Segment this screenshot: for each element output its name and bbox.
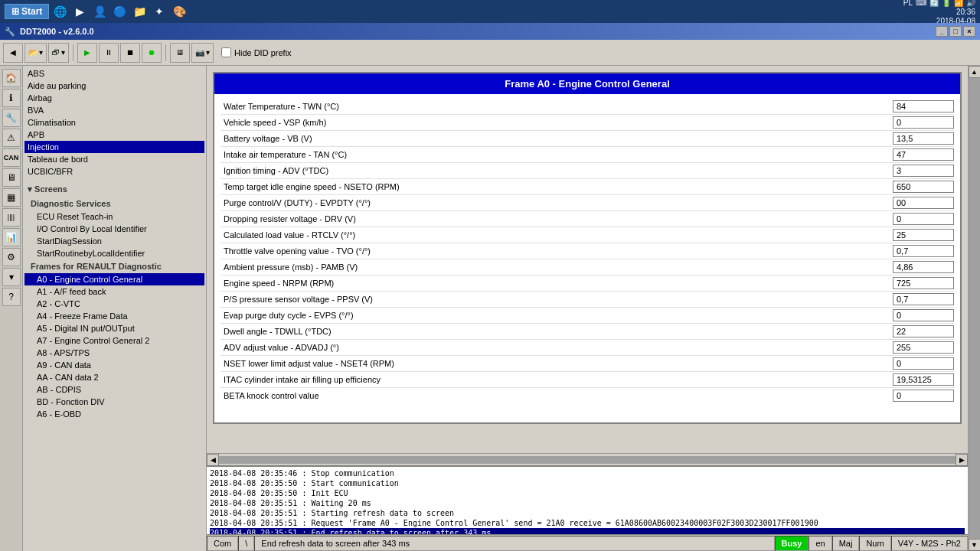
window-dropdown-icon: ▾: [61, 48, 65, 57]
clock: 20:36: [956, 8, 975, 16]
sidebar-icon-chart[interactable]: 📊: [2, 228, 21, 246]
sidebar-icon-3[interactable]: 🔧: [2, 109, 21, 127]
sidebar-icon-grid[interactable]: ▦: [2, 188, 21, 207]
frame-row-value: 22: [893, 325, 954, 337]
frame-row-label: Purge control/V (DUTY) - EVPDTY (°/°): [220, 197, 893, 209]
close-button[interactable]: ×: [963, 26, 975, 37]
vscroll-track[interactable]: [969, 78, 981, 539]
sidebar-item-a5[interactable]: A5 - Digital IN put/OUTput: [24, 322, 204, 334]
stop-button[interactable]: ⏹: [120, 43, 140, 63]
sidebar-item-tableau[interactable]: Tableau de bord: [24, 153, 204, 165]
sidebar-item-a2[interactable]: A2 - C-VTC: [24, 298, 204, 310]
sidebar-item-aa[interactable]: AA - CAN data 2: [24, 371, 204, 383]
user-icon[interactable]: 👤: [92, 4, 107, 19]
sidebar-item-airbag[interactable]: Airbag: [24, 92, 204, 104]
status-com-tab[interactable]: Com: [207, 536, 238, 551]
sidebar-item-startdiag[interactable]: StartDiagSession: [24, 235, 204, 247]
window-button[interactable]: 🗗 ▾: [48, 43, 69, 63]
sidebar-item-io-control[interactable]: I/O Control By Local Identifier: [24, 223, 204, 235]
hide-did-checkbox[interactable]: [221, 47, 231, 57]
sidebar-item-a9[interactable]: A9 - CAN data: [24, 359, 204, 371]
log-line: 2018-04-08 20:35:46 : Stop communication: [210, 468, 965, 478]
sidebar-icon-help[interactable]: ?: [2, 288, 21, 306]
vertical-scrollbar[interactable]: ▲ ▼: [968, 66, 980, 551]
updates-icon: 🔄: [929, 0, 939, 7]
frame-panel: Frame A0 - Engine Control General Water …: [207, 66, 968, 453]
sidebar-item-bva[interactable]: BVA: [24, 104, 204, 116]
frame-row-value: 650: [893, 181, 954, 193]
folder-open-icon: 📂: [28, 48, 38, 57]
camera-button[interactable]: 📷 ▾: [191, 43, 214, 63]
frame-row-value: 25: [893, 229, 954, 241]
sidebar-icon-arrow[interactable]: ▾: [2, 268, 21, 286]
minimize-button[interactable]: _: [936, 26, 948, 37]
content-area: 🏠 ℹ 🔧 ⚠ CAN 🖥 ▦ |||| 📊 ⚙ ▾ ? ABS Aide au…: [0, 66, 980, 551]
sidebar-item-a7[interactable]: A7 - Engine Control General 2: [24, 334, 204, 347]
sidebar-item-aide[interactable]: Aide au parking: [24, 80, 204, 92]
screen-button[interactable]: 🖥: [170, 43, 190, 63]
record-button[interactable]: ⏺: [142, 43, 162, 63]
nav-left-button[interactable]: ◀: [3, 43, 23, 63]
pause-button[interactable]: ⏸: [99, 43, 119, 63]
frame-window: Frame A0 - Engine Control General Water …: [213, 72, 962, 424]
ie-icon[interactable]: 🌐: [52, 4, 67, 19]
start-button[interactable]: ⊞ Start: [5, 4, 49, 19]
hscroll-left-btn[interactable]: ◀: [207, 454, 219, 466]
sidebar-icon-gear[interactable]: ⚙: [2, 248, 21, 266]
sidebar-item-bd[interactable]: BD - Fonction DIV: [24, 396, 204, 408]
sidebar-item-a0[interactable]: A0 - Engine Control General: [24, 273, 204, 285]
sidebar-icon-1[interactable]: 🏠: [2, 69, 21, 87]
sidebar-icon-can[interactable]: CAN: [2, 148, 21, 167]
paint-icon[interactable]: 🎨: [172, 4, 187, 19]
frame-row: Vehicle speed - VSP (km/h)0: [220, 115, 954, 131]
folder-icon[interactable]: 📁: [132, 4, 147, 19]
frame-row: Dropping resister voltage - DRV (V)0: [220, 211, 954, 227]
maximize-button[interactable]: □: [949, 26, 962, 37]
media-icon[interactable]: ▶: [72, 4, 87, 19]
sidebar-icon-screen[interactable]: 🖥: [2, 168, 21, 187]
frame-row: ITAC cylinder intake air filling up effi…: [220, 372, 954, 388]
record-icon: ⏺: [148, 48, 155, 57]
play-button[interactable]: ▶: [77, 43, 97, 63]
horizontal-scrollbar[interactable]: ◀ ▶: [207, 453, 968, 465]
hide-did-prefix-area: Hide DID prefix: [221, 47, 292, 57]
sidebar-icon-barcode[interactable]: ||||: [2, 208, 21, 227]
sidebar-item-a4[interactable]: A4 - Freeze Frame Data: [24, 310, 204, 322]
sidebar-item-a6[interactable]: A6 - E-OBD: [24, 408, 204, 420]
frame-row: NSET lower limit adjust value - NSET4 (R…: [220, 356, 954, 372]
star-icon[interactable]: ✦: [152, 4, 167, 19]
hscroll-track[interactable]: [219, 456, 956, 464]
sidebar-item-a1[interactable]: A1 - A/F feed back: [24, 285, 204, 298]
sidebar-item-injection[interactable]: Injection: [24, 141, 204, 153]
sidebar-item-apb[interactable]: APB: [24, 129, 204, 141]
open-button[interactable]: 📂 ▾: [24, 43, 47, 63]
frame-row-value: 0,7: [893, 293, 954, 305]
chrome-icon[interactable]: 🔵: [112, 4, 127, 19]
sidebar-item-abs[interactable]: ABS: [24, 67, 204, 80]
sidebar-item-ecu-reset[interactable]: ECU Reset Teach-in: [24, 210, 204, 223]
sidebar-item-ucbic[interactable]: UCBIC/BFR: [24, 165, 204, 178]
status-message: End refresh data to screen after 343 ms: [254, 536, 774, 551]
frame-row-label: P/S pressure sensor voltage - PPSV (V): [220, 293, 893, 305]
frame-row-label: Water Temperature - TWN (°C): [220, 100, 893, 112]
pause-icon: ⏸: [105, 48, 113, 57]
vscroll-down-btn[interactable]: ▼: [969, 539, 981, 551]
sidebar-item-ab[interactable]: AB - CDPIS: [24, 383, 204, 396]
vscroll-up-btn[interactable]: ▲: [969, 66, 981, 78]
window-controls: _ □ ×: [936, 26, 975, 37]
keyboard-icon: ⌨: [916, 0, 926, 7]
sidebar-item-clim[interactable]: Climatisation: [24, 116, 204, 129]
taskbar-app-icons: 🌐 ▶ 👤 🔵 📁 ✦ 🎨: [52, 4, 187, 19]
battery-icon: 🔋: [942, 0, 951, 7]
sidebar-item-startroutine[interactable]: StartRoutinebyLocalIdentifier: [24, 247, 204, 259]
lang-indicator: PL: [903, 0, 913, 7]
sidebar-icon-warning[interactable]: ⚠: [2, 129, 21, 147]
sidebar-icon-2[interactable]: ℹ: [2, 89, 21, 107]
log-line: 2018-04-08 20:35:50 : Start communicatio…: [210, 478, 965, 488]
app-title: DDT2000 - v2.6.0.0: [20, 27, 94, 36]
sidebar-item-a8[interactable]: A8 - APS/TPS: [24, 347, 204, 359]
sys-tray: PL ⌨ 🔄 🔋 📶 🔊: [903, 0, 975, 7]
hscroll-right-btn[interactable]: ▶: [956, 454, 968, 466]
frame-row: Intake air temperature - TAN (°C)47: [220, 147, 954, 163]
status-num: Num: [859, 536, 890, 551]
